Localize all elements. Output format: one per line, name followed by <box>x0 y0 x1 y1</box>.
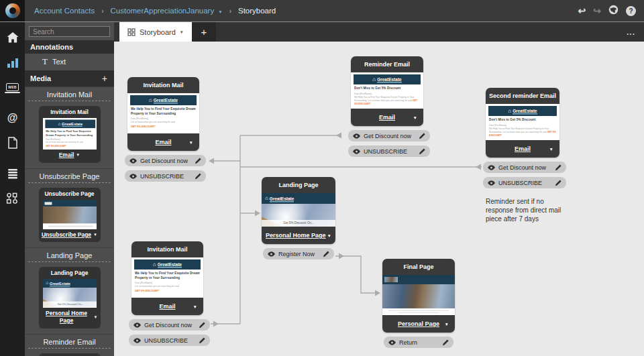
text-annotation-tool[interactable]: T Text <box>25 54 114 70</box>
node-title[interactable]: Invitation Mail <box>127 77 199 93</box>
storyboard-node-reminder[interactable]: Reminder Email ⌂ GreatEstate Don't Miss … <box>351 56 423 157</box>
eye-icon[interactable] <box>133 322 141 328</box>
node-title[interactable]: Final Page <box>382 259 455 275</box>
media-card-link[interactable]: Unsubscribe Page <box>42 231 91 239</box>
media-card-caret-icon[interactable]: ▼ <box>94 315 98 319</box>
eye-icon[interactable] <box>388 340 396 345</box>
media-card-link[interactable]: Personal Home Page <box>42 310 92 324</box>
email-preview[interactable]: ⌂ GreatEstate We Help You to Find Your E… <box>43 118 97 150</box>
document-icon[interactable] <box>5 136 21 150</box>
workflow-icon[interactable] <box>5 192 21 205</box>
node-footer-link[interactable]: Email <box>159 303 175 310</box>
storyboard-node-final[interactable]: Final Page Personal Page ▼ Return <box>382 259 455 348</box>
redo-icon[interactable]: ↪ <box>593 6 601 15</box>
home-icon[interactable] <box>5 31 21 44</box>
email-preview[interactable]: ⌂ GreatEstate We Help You to Find Your E… <box>131 257 203 298</box>
node-footer-caret-icon[interactable]: ▼ <box>549 147 553 152</box>
node-footer-caret-icon[interactable]: ▼ <box>445 322 449 327</box>
edit-pencil-icon[interactable] <box>419 133 425 139</box>
edit-pencil-icon[interactable] <box>195 173 201 180</box>
analytics-icon[interactable] <box>5 56 21 69</box>
node-footer-link[interactable]: Email <box>515 145 531 152</box>
breadcrumb-campaign[interactable]: CustomerAppreciationJanuary <box>110 7 214 15</box>
edit-pencil-icon[interactable] <box>199 322 205 329</box>
database-icon[interactable] <box>5 167 21 180</box>
action-pill[interactable]: Get Discount now <box>348 130 430 141</box>
edit-pencil-icon[interactable] <box>555 180 561 186</box>
eye-icon[interactable] <box>353 149 360 154</box>
node-footer-caret-icon[interactable]: ▼ <box>193 304 197 309</box>
eye-icon[interactable] <box>129 158 137 164</box>
media-card[interactable]: Unsubscribe Page Unsubscribe Page ▼ <box>39 188 101 243</box>
email-preview[interactable]: ⌂ GreatEstate We Help You to Find Your E… <box>127 93 199 133</box>
annotation-note[interactable]: Reminder sent if no response from direct… <box>486 197 569 223</box>
edit-pencil-icon[interactable] <box>555 164 561 171</box>
media-card-link[interactable]: Email <box>59 152 74 159</box>
globe-icon[interactable] <box>608 5 619 17</box>
add-media-button[interactable]: + <box>102 73 109 84</box>
action-pill[interactable]: Get Discount now <box>125 155 206 166</box>
more-options-button[interactable]: ... <box>618 22 644 42</box>
storyboard-node-second-reminder[interactable]: Second reminder Email ⌂ GreatEstate Don'… <box>486 88 559 223</box>
edit-pencil-icon[interactable] <box>195 158 201 164</box>
eye-icon[interactable] <box>353 133 360 139</box>
storyboard-node-landing[interactable]: Landing Page ⌂ GreatEstate Get 5% Discou… <box>262 177 335 259</box>
edit-pencil-icon[interactable] <box>442 339 449 346</box>
undo-icon[interactable]: ↩ <box>578 6 586 15</box>
media-card[interactable]: Landing Page ⌂ GreatEstate Get 5% Discou… <box>39 267 101 328</box>
add-tab-button[interactable]: + <box>192 22 216 42</box>
web-icon[interactable]: WEB <box>5 80 21 94</box>
media-card-thumbnail[interactable]: ⌂ GreatEstate We Help You to Find Your E… <box>43 118 97 150</box>
action-pill[interactable]: Get Discount now <box>483 162 566 173</box>
page-preview[interactable]: ⌂ GreatEstate Get 5% Discount On... <box>262 193 335 227</box>
tab-dropdown-caret-icon[interactable]: ▼ <box>180 30 184 34</box>
edit-pencil-icon[interactable] <box>199 337 205 344</box>
email-at-icon[interactable]: @ <box>5 111 21 125</box>
action-pill[interactable]: UNSUBSCRIBE <box>348 145 430 157</box>
media-card-thumbnail[interactable] <box>43 200 97 229</box>
storyboard-node-invitation-top[interactable]: Invitation Mail ⌂ GreatEstate We Help Yo… <box>127 77 199 182</box>
page-preview[interactable]: ⌂ GreatEstate Get 5% Discount On... <box>43 279 97 307</box>
tab-storyboard[interactable]: Storyboard ▼ <box>119 22 192 42</box>
page-preview[interactable] <box>43 200 97 229</box>
node-footer-caret-icon[interactable]: ▼ <box>413 115 417 120</box>
eye-icon[interactable] <box>488 165 495 170</box>
action-pill[interactable]: UNSUBSCRIBE <box>129 335 210 346</box>
node-title[interactable]: Invitation Mail <box>131 241 203 257</box>
help-icon[interactable]: ? <box>626 6 636 16</box>
media-card-caret-icon[interactable]: ▼ <box>76 153 80 157</box>
email-preview[interactable]: ⌂ GreatEstate Don't Miss to Get 5% Disco… <box>351 72 423 109</box>
campaign-dropdown-caret-icon[interactable]: ▼ <box>218 8 222 14</box>
node-footer-link[interactable]: Email <box>379 114 395 121</box>
eye-icon[interactable] <box>268 251 275 257</box>
node-footer-caret-icon[interactable]: ▼ <box>327 233 331 238</box>
media-card[interactable]: Invitation Mail ⌂ GreatEstate We Help Yo… <box>39 106 101 163</box>
media-card[interactable]: Reminder Email ⌂ GreatEstate Don't Miss … <box>39 353 101 356</box>
action-pill[interactable]: Return <box>384 337 453 348</box>
edit-pencil-icon[interactable] <box>323 251 329 257</box>
app-logo-icon[interactable] <box>0 0 25 21</box>
node-footer-caret-icon[interactable]: ▼ <box>189 140 193 145</box>
media-card-caret-icon[interactable]: ▼ <box>93 233 97 237</box>
node-footer-link[interactable]: Email <box>155 139 171 145</box>
storyboard-canvas[interactable]: Invitation Mail ⌂ GreatEstate We Help Yo… <box>114 42 644 356</box>
eye-icon[interactable] <box>488 180 495 186</box>
breadcrumb-account-contacts[interactable]: Account Contacts <box>34 7 95 15</box>
eye-icon[interactable] <box>129 174 137 179</box>
node-footer-link[interactable]: Personal Page <box>398 320 439 327</box>
action-pill[interactable]: Get Discount now <box>129 319 210 331</box>
node-footer-link[interactable]: Personal Home Page <box>266 232 326 239</box>
action-pill[interactable]: UNSUBSCRIBE <box>125 170 206 182</box>
search-input[interactable] <box>29 26 110 37</box>
action-pill[interactable]: UNSUBSCRIBE <box>483 177 566 188</box>
action-pill[interactable]: Register Now <box>263 248 334 259</box>
edit-pencil-icon[interactable] <box>419 148 425 155</box>
eye-icon[interactable] <box>133 338 141 343</box>
page-preview[interactable] <box>382 275 455 315</box>
node-title[interactable]: Landing Page <box>262 177 335 193</box>
media-card-thumbnail[interactable]: ⌂ GreatEstate Get 5% Discount On... <box>43 279 97 308</box>
email-preview[interactable]: ⌂ GreatEstate Don't Miss to Get 5% Disco… <box>486 104 559 140</box>
node-title[interactable]: Reminder Email <box>351 56 423 72</box>
node-title[interactable]: Second reminder Email <box>486 88 559 104</box>
storyboard-node-invitation-bottom[interactable]: Invitation Mail ⌂ GreatEstate We Help Yo… <box>131 241 203 346</box>
